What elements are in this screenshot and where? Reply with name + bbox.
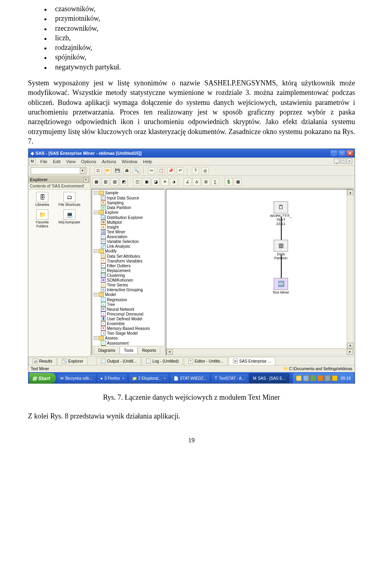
scroll-down-icon[interactable]: ▾ — [347, 343, 353, 348]
toolbar-copy-icon[interactable]: 📋 — [158, 167, 165, 174]
system-tray[interactable]: 09:18 — [293, 373, 354, 383]
node-tool-icon[interactable]: ◪ — [152, 178, 160, 186]
tab-reports[interactable]: Reports — [138, 347, 160, 354]
scrollbar-vertical[interactable]: ▴ ▾ — [347, 189, 353, 348]
tree-leaf[interactable]: ∠Regression — [93, 297, 162, 302]
explorer-item-shortcuts[interactable]: 🗂 File Shortcuts — [58, 192, 81, 207]
scroll-right-icon[interactable]: ▸ — [347, 349, 353, 355]
tree-leaf[interactable]: ❋Memory-Based Reasoni — [93, 326, 162, 331]
document-icon[interactable]: M — [29, 158, 36, 164]
node-tool-icon[interactable]: ▧ — [111, 178, 118, 186]
tree-leaf[interactable]: 📊Distribution Explorer — [93, 215, 162, 220]
tree-folder[interactable]: −Explore — [93, 210, 162, 215]
collapse-icon[interactable]: − — [94, 211, 97, 214]
explorer-close-button[interactable]: × — [83, 177, 89, 182]
taskbar-item[interactable]: MSAS - [SAS E... — [249, 373, 289, 383]
tray-icon[interactable] — [310, 375, 316, 381]
canvas-node-partition[interactable]: ▥ Data Partition — [270, 240, 292, 260]
tree-leaf[interactable]: 👤User Defined Model — [93, 316, 162, 321]
node-tool-icon[interactable]: ∆ — [193, 178, 201, 186]
collapse-icon[interactable]: − — [94, 249, 97, 253]
explorer-item-libraries[interactable]: 🗄 Libraries — [31, 192, 54, 207]
tree-leaf[interactable]: ◩Sampling — [93, 200, 162, 205]
tree-leaf[interactable]: ↺Replacement — [93, 268, 162, 273]
mdi-close-button[interactable]: × — [347, 158, 352, 164]
toolbar-undo-icon[interactable]: ↶ — [177, 167, 184, 174]
tree-leaf[interactable]: ⏱Time Series — [93, 282, 162, 287]
tree-leaf[interactable]: ❏Clustering — [93, 273, 162, 278]
scroll-left-icon[interactable]: ◂ — [166, 349, 173, 355]
tree-leaf[interactable]: ▦Multiplot — [93, 220, 162, 225]
toolbar-help-icon[interactable]: ? — [192, 167, 199, 174]
tree-folder[interactable]: −Sample — [93, 190, 162, 195]
tree-leaf[interactable]: ▥Interactive Grouping — [93, 287, 162, 292]
canvas-node-text-miner[interactable]: 🔤 Text Miner — [270, 278, 292, 295]
node-tool-icon[interactable]: ⬗ — [170, 178, 178, 186]
diagram-canvas[interactable]: 🗒 WORK.TTIT_ TEXT 23.11 ▥ Data Partition… — [166, 189, 354, 355]
toolbar-cut-icon[interactable]: ✂ — [148, 167, 155, 174]
tree-leaf[interactable]: ✂Filter Outliers — [93, 263, 162, 268]
tray-icon[interactable] — [318, 375, 323, 381]
tree-leaf[interactable]: ⊞Neural Network — [93, 307, 162, 312]
node-tool-icon[interactable]: ✳ — [161, 178, 169, 186]
tree-leaf[interactable]: ∑Princomp/ Dmneural — [93, 312, 162, 316]
collapse-icon[interactable]: − — [94, 336, 97, 340]
mdi-minimize-button[interactable]: _ — [334, 158, 340, 164]
node-tool-icon[interactable]: ∑ — [211, 178, 219, 186]
menu-file[interactable]: File — [40, 159, 47, 164]
collapse-icon[interactable]: − — [94, 191, 97, 195]
toolbar-preview-icon[interactable]: 🔍 — [133, 167, 140, 174]
node-tool-icon[interactable]: ▣ — [142, 178, 150, 186]
tree-leaf[interactable]: ▥Data Partition — [93, 205, 162, 210]
menu-options[interactable]: Options — [81, 159, 96, 164]
scroll-up-icon[interactable]: ▴ — [347, 189, 353, 195]
command-combo[interactable]: ▾ — [31, 167, 87, 174]
node-tool-icon[interactable]: ◩ — [120, 178, 128, 186]
tree-leaf[interactable]: ☑Variable Selection — [93, 239, 162, 244]
close-button[interactable]: ✕ — [346, 150, 353, 156]
toolbar-print-icon[interactable]: 🖶 — [123, 167, 130, 174]
taskbar-item[interactable]: TTextSTAT - A... — [211, 373, 249, 383]
toolbar-paste-icon[interactable]: 📌 — [167, 167, 174, 174]
tray-icon[interactable] — [303, 375, 309, 381]
canvas-node-input-data[interactable]: 🗒 WORK.TTIT_ TEXT 23.11 — [270, 201, 292, 226]
node-tool-icon[interactable]: ⊞ — [202, 178, 210, 186]
mdi-restore-button[interactable]: □ — [340, 158, 346, 164]
explorer-item-computer[interactable]: 💻 Mój komputer — [58, 209, 81, 229]
tab-log[interactable]: 📄Log - (Untitled) — [142, 357, 183, 365]
menu-view[interactable]: View — [66, 159, 76, 164]
menu-actions[interactable]: Actions — [102, 159, 116, 164]
menu-help[interactable]: Help — [143, 159, 152, 164]
taskbar-item[interactable]: 📄STAT-WIEDZ... — [170, 373, 210, 383]
node-tool-dollar-icon[interactable]: $ — [225, 178, 233, 186]
tab-results[interactable]: 🗂Results — [28, 357, 57, 365]
explorer-item-favorites[interactable]: 📁 Favorite Folders — [31, 209, 54, 229]
taskbar-item[interactable]: ✉Skrzynka odb... — [57, 373, 96, 383]
node-tool-icon[interactable]: ▦ — [234, 178, 242, 186]
tools-tree[interactable]: −Sample📋Input Data Source◩Sampling▥Data … — [92, 189, 164, 346]
tray-speaker-icon[interactable] — [332, 375, 338, 381]
minimize-button[interactable]: _ — [330, 150, 338, 156]
tab-explorer[interactable]: 🔍Explorer — [57, 357, 87, 365]
tab-tools[interactable]: Tools — [120, 347, 138, 354]
tray-icon[interactable] — [325, 375, 330, 381]
tree-leaf[interactable]: ∆Tree — [93, 302, 162, 307]
tab-editor[interactable]: ✎Editor - Untitle... — [184, 357, 228, 365]
tray-icon[interactable] — [296, 375, 302, 381]
start-button[interactable]: ⊞ Start — [29, 373, 56, 383]
toolbar-new-icon[interactable]: 🗋 — [95, 167, 102, 174]
node-tool-icon[interactable]: ◫ — [133, 178, 141, 186]
taskbar-item[interactable]: ●3 Firefox▾ — [97, 373, 128, 383]
collapse-icon[interactable]: − — [94, 293, 97, 296]
tree-leaf[interactable]: ✳Transform Variables — [93, 258, 162, 263]
tree-folder[interactable]: −Modify — [93, 249, 162, 254]
toolbar-open-icon[interactable]: 📂 — [104, 167, 111, 174]
node-tool-icon[interactable]: ▦ — [92, 178, 100, 186]
menu-window[interactable]: Window — [122, 159, 137, 164]
tree-leaf[interactable]: 🔤Text Miner — [93, 229, 162, 234]
menu-edit[interactable]: Edit — [53, 159, 61, 164]
scrollbar-horizontal[interactable]: ◂ ▸ — [166, 348, 353, 355]
tree-folder[interactable]: −Assess — [93, 335, 162, 341]
node-tool-icon[interactable]: ∠ — [184, 178, 192, 186]
tab-diagrams[interactable]: Diagrams — [94, 347, 120, 354]
